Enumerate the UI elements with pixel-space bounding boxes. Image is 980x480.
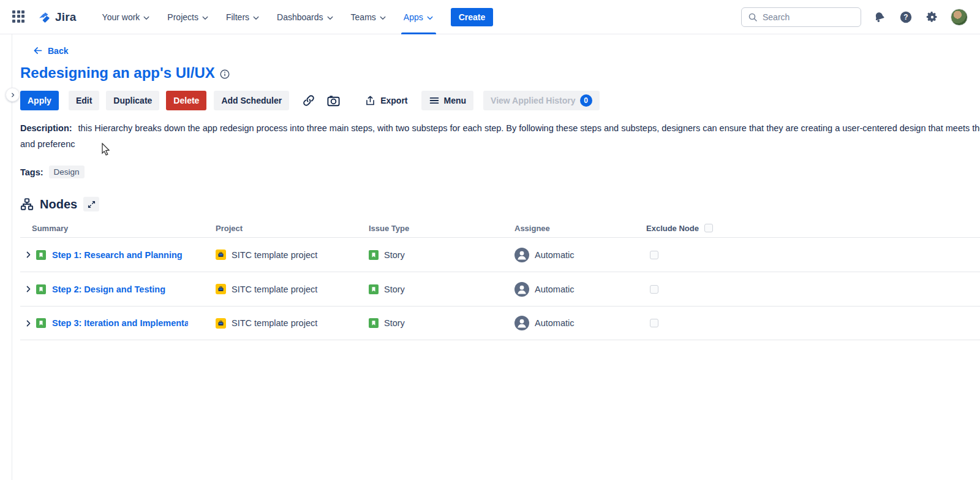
delete-button[interactable]: Delete (166, 91, 206, 110)
assignee-avatar-icon (514, 282, 529, 297)
issue-type-name: Story (384, 284, 405, 294)
apply-button[interactable]: Apply (20, 91, 59, 110)
hamburger-icon (429, 95, 440, 106)
header-project: Project (216, 224, 369, 233)
edit-button[interactable]: Edit (69, 91, 99, 110)
nav-item-label: Filters (226, 12, 249, 22)
table-row: Step 2: Design and Testing SITC template… (20, 272, 980, 306)
expand-icon (88, 200, 96, 208)
story-icon (369, 318, 379, 328)
jira-logo[interactable]: Jira (37, 10, 77, 25)
tag-design[interactable]: Design (49, 166, 85, 178)
project-name: SITC template project (232, 250, 317, 260)
link-icon (302, 94, 315, 107)
chevron-right-icon (10, 92, 16, 98)
left-rail (0, 34, 12, 480)
table-row: Step 3: Iteration and Implementation SIT… (20, 306, 980, 340)
expand-row-icon[interactable] (20, 319, 36, 327)
exclude-node-checkbox[interactable] (650, 251, 658, 259)
issue-type-name: Story (384, 318, 405, 328)
history-count-badge: 0 (580, 94, 592, 107)
screenshot-button[interactable] (322, 91, 345, 110)
description-text-continued: and preferenc (20, 136, 980, 152)
add-scheduler-button[interactable]: Add Scheduler (214, 91, 289, 110)
assignee-name: Automatic (535, 250, 574, 260)
tags-row: Tags: Design (20, 166, 980, 178)
brand-name: Jira (55, 10, 77, 24)
search-icon (748, 12, 758, 22)
nav-item-your-work[interactable]: Your work (100, 0, 153, 34)
nav-item-label: Teams (351, 12, 376, 22)
app-switcher-icon[interactable] (12, 10, 26, 24)
assignee-avatar-icon (514, 248, 529, 262)
chevron-down-icon (202, 14, 209, 21)
node-summary-link[interactable]: Step 3: Iteration and Implementation (52, 318, 188, 328)
chevron-down-icon (143, 14, 150, 21)
back-link[interactable]: Back (32, 45, 68, 56)
node-summary-link[interactable]: Step 2: Design and Testing (52, 284, 165, 294)
expand-row-icon[interactable] (20, 251, 36, 259)
copy-link-button[interactable] (298, 91, 320, 110)
tags-label: Tags: (20, 167, 43, 177)
top-navigation: Jira Your work Projects Filters Dashboar… (0, 0, 980, 34)
settings-button[interactable] (924, 9, 940, 25)
view-applied-history-button[interactable]: View Applied History 0 (483, 91, 599, 110)
page-title: Redesigning an app's UI/UX (20, 64, 215, 82)
assignee-name: Automatic (535, 284, 574, 294)
nodes-section-title: Nodes (40, 197, 77, 211)
gear-icon (925, 10, 939, 24)
create-button[interactable]: Create (451, 8, 494, 26)
menu-label: Menu (444, 96, 467, 105)
search-box[interactable] (741, 7, 861, 27)
main-content: Back Redesigning an app's UI/UX Apply Ed… (13, 34, 980, 480)
header-summary: Summary (20, 224, 216, 233)
menu-button[interactable]: Menu (421, 91, 474, 110)
info-icon[interactable] (220, 69, 230, 79)
nav-item-apps[interactable]: Apps (401, 0, 436, 34)
header-assignee: Assignee (514, 224, 646, 233)
view-applied-history-label: View Applied History (491, 96, 575, 105)
toolbar: Apply Edit Duplicate Delete Add Schedule… (20, 91, 980, 110)
export-label: Export (380, 96, 407, 105)
project-avatar-icon (216, 284, 226, 294)
project-name: SITC template project (232, 284, 317, 294)
description-text: this Hierarchy breaks down the app redes… (78, 123, 980, 133)
help-button[interactable]: ? (898, 9, 914, 25)
expand-nodes-button[interactable] (83, 197, 99, 211)
user-avatar[interactable] (951, 9, 968, 26)
chevron-down-icon (379, 14, 386, 21)
table-header-row: Summary Project Issue Type Assignee Excl… (20, 219, 980, 237)
description: Description:this Hierarchy breaks down t… (20, 120, 980, 152)
export-button[interactable]: Export (357, 91, 415, 110)
hierarchy-icon (20, 197, 34, 211)
story-icon (36, 250, 46, 260)
assignee-avatar-icon (514, 316, 529, 330)
exclude-node-checkbox[interactable] (650, 319, 658, 327)
nav-item-label: Apps (404, 12, 423, 22)
story-icon (36, 284, 46, 294)
duplicate-button[interactable]: Duplicate (106, 91, 159, 110)
assignee-name: Automatic (535, 318, 574, 328)
story-icon (369, 284, 379, 294)
table-row: Step 1: Research and Planning SITC templ… (20, 237, 980, 272)
search-input[interactable] (763, 12, 848, 22)
chevron-down-icon (326, 14, 334, 21)
story-icon (369, 250, 379, 260)
nav-item-filters[interactable]: Filters (224, 0, 262, 34)
nav-item-dashboards[interactable]: Dashboards (274, 0, 336, 34)
exclude-all-checkbox[interactable] (704, 224, 713, 232)
nav-item-label: Projects (167, 12, 198, 22)
project-avatar-icon (216, 318, 226, 329)
sidebar-expand-button[interactable] (6, 88, 20, 102)
project-avatar-icon (216, 250, 226, 260)
notifications-button[interactable] (872, 9, 888, 25)
nav-item-teams[interactable]: Teams (349, 0, 389, 34)
nav-item-label: Your work (102, 12, 140, 22)
nav-item-projects[interactable]: Projects (165, 0, 211, 34)
expand-row-icon[interactable] (20, 285, 36, 293)
node-summary-link[interactable]: Step 1: Research and Planning (52, 250, 183, 260)
exclude-node-checkbox[interactable] (650, 285, 658, 294)
header-exclude-node: Exclude Node (646, 224, 699, 233)
description-label: Description: (20, 123, 72, 133)
chevron-down-icon (426, 14, 434, 21)
